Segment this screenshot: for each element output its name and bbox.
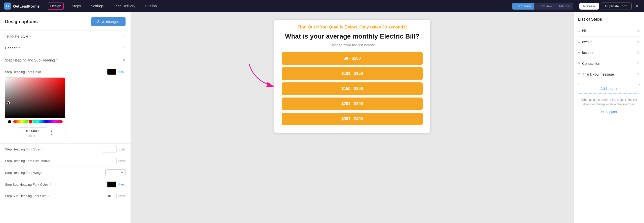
nav-item-lead-delivery[interactable]: Lead Delivery	[112, 3, 137, 9]
template-style-section[interactable]: Template Style ? ›	[0, 30, 131, 42]
hex-label: HEX	[29, 135, 35, 138]
step-heading-font-color-label: Step Heading Font Color ?	[5, 70, 44, 74]
step-subheading-font-size-unit: pixels	[118, 194, 126, 198]
hue-slider-row	[5, 118, 65, 125]
step-item-owner-left: ≡ owner	[578, 40, 592, 44]
form-heading: What is your average monthly Electric Bi…	[274, 32, 430, 43]
hex-input-row: HEX ▲ ▼	[5, 125, 65, 140]
view-switcher: Form view Flow view Metrics	[512, 3, 573, 10]
step-subheading-font-color-label: Step Sub-Heading Font Color ?	[5, 183, 51, 186]
step-heading-font-size-mobile-control: pixels	[102, 158, 126, 164]
duplicate-form-button[interactable]: Duplicate Form	[601, 3, 632, 10]
nav-item-design[interactable]: Design	[48, 3, 64, 10]
step-item-bill[interactable]: ≡ bill ✎	[578, 26, 640, 37]
support-icon: ⊙	[601, 110, 604, 114]
step-drag-icon-contact-form: ≡	[578, 61, 580, 66]
step-heading-font-size-mobile-label: Step Heading Font Size Mobile ?	[5, 159, 53, 163]
step-edit-location[interactable]: ✎	[637, 51, 640, 55]
step-drag-icon-bill: ≡	[578, 29, 580, 33]
step-subheading-color-clear[interactable]: Clear	[118, 183, 126, 186]
steps-title: List of Steps	[578, 17, 640, 22]
step-heading-font-weight-select[interactable]: Normal Bold	[105, 169, 126, 176]
hex-input-wrap: HEX	[17, 128, 47, 138]
step-edit-thank-you[interactable]: ✎	[637, 72, 640, 76]
close-button[interactable]: ✕	[634, 2, 640, 10]
hex-arrow-down[interactable]: ▼	[49, 133, 53, 136]
steps-note: *Changing the order of the steps in the …	[578, 98, 640, 107]
step-heading-font-size-mobile-input[interactable]	[102, 158, 117, 164]
form-preview-card: Find Out if You Qualify Below. Only take…	[274, 20, 430, 133]
logo: G GetLeadForms	[4, 3, 40, 10]
step-subheading-font-size-input[interactable]	[102, 193, 117, 199]
step-heading-font-weight-label: Step Heading Font Weight ?	[5, 171, 46, 175]
step-heading-help-icon: ?	[56, 58, 58, 62]
nav-right-buttons: Preview Duplicate Form ✕	[579, 2, 640, 10]
hue-thumb	[28, 119, 33, 124]
step-heading-font-color-control: Clear	[107, 69, 126, 75]
step-heading-font-weight-row: Step Heading Font Weight ? Normal Bold	[0, 167, 131, 179]
step-heading-chevron: ∨	[123, 58, 126, 62]
support-link[interactable]: Support	[606, 110, 617, 114]
step-heading-section[interactable]: Step Heading and Sub-Heading ? ∨	[0, 54, 131, 66]
step-name-thank-you: Thank you message	[582, 72, 614, 76]
save-changes-button[interactable]: Save changes	[91, 17, 126, 26]
step-edit-owner[interactable]: ✎	[637, 40, 640, 44]
preview-button[interactable]: Preview	[579, 3, 599, 10]
center-preview: Find Out if You Qualify Below. Only take…	[131, 12, 574, 223]
view-btn-metrics[interactable]: Metrics	[556, 3, 573, 10]
form-options-list: $0 - $100 $101 - $150 $150 - $200 $201 -…	[274, 52, 430, 133]
support-row: ⊙ Support	[578, 110, 640, 114]
form-option-btn-1[interactable]: $101 - $150	[282, 67, 423, 80]
step-edit-contact-form[interactable]: ✎	[637, 61, 640, 66]
step-item-thank-you[interactable]: ≡ Thank you message ✎	[578, 69, 640, 80]
design-options-title: Design options	[5, 19, 38, 24]
form-option-btn-0[interactable]: $0 - $100	[282, 52, 423, 65]
step-heading-color-swatch[interactable]	[107, 69, 116, 75]
step-item-thank-you-left: ≡ Thank you message	[578, 72, 614, 77]
step-name-contact-form: Contact form	[582, 61, 602, 66]
view-btn-form[interactable]: Form view	[512, 3, 534, 10]
add-step-button[interactable]: Add step +	[578, 84, 640, 93]
step-heading-font-weight-control: Normal Bold	[105, 169, 126, 176]
step-item-location[interactable]: ≡ location ✎	[578, 47, 640, 58]
step-heading-font-size-control: pixels	[102, 146, 126, 152]
step-item-location-left: ≡ location	[578, 50, 594, 55]
step-item-bill-left: ≡ bill	[578, 29, 586, 33]
step-subheading-color-swatch[interactable]	[107, 181, 116, 187]
hex-arrows: ▲ ▼	[49, 130, 53, 136]
step-heading-color-clear[interactable]: Clear	[118, 70, 126, 74]
step-item-contact-form[interactable]: ≡ Contact form ✎	[578, 58, 640, 69]
header-help-icon: ?	[18, 46, 20, 50]
header-section[interactable]: Header ? ›	[0, 42, 131, 54]
nav-item-settings[interactable]: Settings	[89, 3, 106, 9]
template-style-label: Template Style ?	[5, 34, 31, 38]
main-layout: Design options Save changes Template Sty…	[0, 12, 644, 223]
step-subheading-font-color-row: Step Sub-Heading Font Color ? Clear	[0, 179, 131, 190]
step-subheading-font-size-row: Step Sub-Heading Font Size ? pixels	[0, 190, 131, 202]
nav-item-publish[interactable]: Publish	[143, 3, 159, 9]
step-subheading-font-size-label: Step Sub-Heading Font Size ?	[5, 194, 50, 198]
step-heading-font-size-input[interactable]	[102, 146, 117, 152]
form-option-btn-2[interactable]: $150 - $200	[282, 82, 423, 95]
header-label: Header ?	[5, 46, 20, 50]
left-panel: Design options Save changes Template Sty…	[0, 12, 131, 223]
step-drag-icon-location: ≡	[578, 50, 580, 55]
hex-arrow-up[interactable]: ▲	[49, 130, 53, 133]
template-style-chevron: ›	[124, 34, 126, 39]
step-subheading-font-color-help: ?	[50, 183, 51, 186]
step-heading-font-size-row: Step Heading Font Size ? pixels	[0, 143, 131, 155]
step-edit-bill[interactable]: ✎	[637, 29, 640, 33]
hue-circle	[8, 120, 11, 123]
step-item-owner[interactable]: ≡ owner ✎	[578, 37, 640, 47]
color-picker-cursor	[7, 101, 10, 104]
step-heading-font-size-help: ?	[41, 148, 43, 151]
form-option-btn-4[interactable]: $301 - $400	[282, 113, 423, 125]
color-gradient-picker[interactable]	[5, 78, 65, 118]
hue-slider[interactable]	[13, 120, 63, 123]
view-btn-flow[interactable]: Flow view	[534, 3, 556, 10]
step-heading-font-color-help: ?	[43, 70, 44, 73]
nav-item-steps[interactable]: Steps	[70, 3, 83, 9]
hex-input[interactable]	[17, 128, 47, 134]
form-option-btn-3[interactable]: $201 - $300	[282, 98, 423, 110]
step-heading-font-size-unit: pixels	[118, 148, 126, 151]
